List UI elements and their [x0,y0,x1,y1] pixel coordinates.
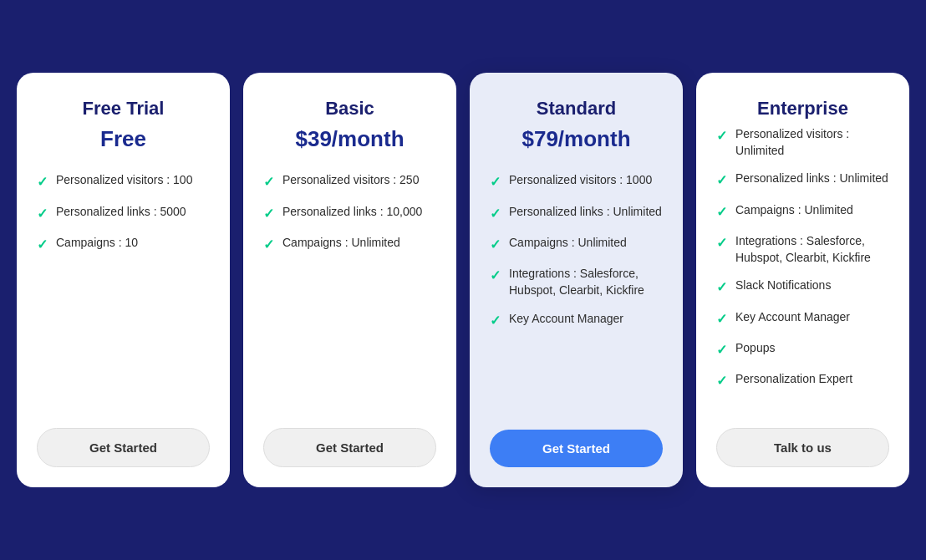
feature-text: Personalized links : Unlimited [509,204,662,221]
features-list-basic: ✓Personalized visitors : 250✓Personalize… [263,172,436,403]
feature-text: Personalized visitors : Unlimited [735,126,889,159]
check-icon: ✓ [263,236,274,254]
features-list-free-trial: ✓Personalized visitors : 100✓Personalize… [37,172,210,403]
check-icon: ✓ [490,236,501,254]
plan-price-basic: $39/month [263,126,436,152]
feature-text: Integrations : Salesforce, Hubspot, Clea… [735,233,889,266]
feature-item: ✓Personalized visitors : Unlimited [716,126,889,159]
feature-item: ✓Personalized visitors : 1000 [490,172,663,191]
features-list-standard: ✓Personalized visitors : 1000✓Personaliz… [490,172,663,405]
feature-item: ✓Personalized visitors : 100 [37,172,210,191]
feature-item: ✓Campaigns : 10 [37,235,210,254]
feature-item: ✓Campaigns : Unlimited [490,235,663,254]
check-icon: ✓ [716,310,727,328]
check-icon: ✓ [490,312,501,330]
plan-price-standard: $79/month [490,126,663,152]
check-icon: ✓ [490,267,501,285]
check-icon: ✓ [716,341,727,359]
feature-text: Popups [735,340,775,357]
feature-item: ✓Personalization Expert [716,371,889,390]
feature-text: Key Account Manager [735,309,850,326]
feature-item: ✓Integrations : Salesforce, Hubspot, Cle… [490,266,663,298]
feature-text: Campaigns : Unlimited [735,202,853,219]
check-icon: ✓ [716,171,727,190]
check-icon: ✓ [263,205,274,223]
feature-item: ✓Campaigns : Unlimited [263,235,436,254]
plan-name-enterprise: Enterprise [716,98,889,120]
features-list-enterprise: ✓Personalized visitors : Unlimited✓Perso… [716,126,889,403]
check-icon: ✓ [263,173,274,191]
feature-item: ✓Personalized links : Unlimited [490,204,663,223]
feature-item: ✓Slack Notifications [716,277,889,297]
feature-item: ✓Popups [716,340,889,359]
feature-text: Personalized visitors : 1000 [509,172,652,189]
plan-card-free-trial: Free TrialFree✓Personalized visitors : 1… [17,73,230,487]
plan-card-standard: Standard$79/month✓Personalized visitors … [470,73,683,487]
plan-price-free-trial: Free [37,126,210,152]
feature-item: ✓Campaigns : Unlimited [716,202,889,221]
feature-item: ✓Personalized links : 5000 [37,204,210,223]
feature-item: ✓Integrations : Salesforce, Hubspot, Cle… [716,233,889,266]
check-icon: ✓ [37,205,48,223]
feature-item: ✓Personalized links : 10,000 [263,204,436,223]
feature-item: ✓Personalized links : Unlimited [716,171,889,190]
feature-item: ✓Personalized visitors : 250 [263,172,436,191]
feature-text: Campaigns : Unlimited [282,235,400,252]
cta-button-standard[interactable]: Get Started [490,430,663,467]
feature-text: Integrations : Salesforce, Hubspot, Clea… [509,266,663,298]
feature-text: Campaigns : Unlimited [509,235,627,252]
feature-text: Personalized links : 10,000 [282,204,422,221]
feature-text: Campaigns : 10 [56,235,138,252]
check-icon: ✓ [37,173,48,191]
feature-text: Personalized visitors : 250 [282,172,419,189]
plan-name-basic: Basic [263,98,436,120]
check-icon: ✓ [490,205,501,223]
cta-button-basic[interactable]: Get Started [263,428,436,467]
feature-text: Personalized links : Unlimited [735,171,888,187]
feature-item: ✓Key Account Manager [716,309,889,328]
feature-text: Personalized links : 5000 [56,204,186,221]
pricing-container: Free TrialFree✓Personalized visitors : 1… [17,73,909,487]
plan-card-enterprise: Enterprise✓Personalized visitors : Unlim… [696,73,909,487]
feature-item: ✓Key Account Manager [490,311,663,330]
plan-name-free-trial: Free Trial [37,98,210,120]
feature-text: Slack Notifications [735,277,831,294]
cta-button-enterprise[interactable]: Talk to us [716,428,889,467]
check-icon: ✓ [716,234,727,252]
feature-text: Personalization Expert [735,371,852,388]
check-icon: ✓ [716,372,727,390]
cta-button-free-trial[interactable]: Get Started [37,428,210,467]
plan-name-standard: Standard [490,98,663,120]
check-icon: ✓ [716,203,727,221]
feature-text: Key Account Manager [509,311,623,328]
check-icon: ✓ [716,127,727,145]
check-icon: ✓ [37,236,48,254]
check-icon: ✓ [490,173,501,191]
plan-card-basic: Basic$39/month✓Personalized visitors : 2… [243,73,456,487]
feature-text: Personalized visitors : 100 [56,172,192,189]
check-icon: ✓ [716,278,727,297]
